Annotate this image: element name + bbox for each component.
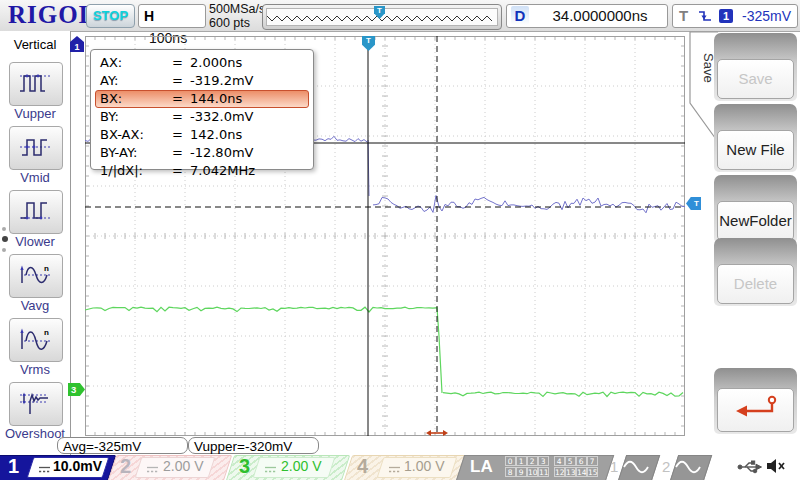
- trigger-label: T: [679, 5, 688, 27]
- menu-title: Vertical: [0, 37, 70, 52]
- svg-text:n: n: [44, 264, 49, 273]
- cursor-row-value: -319.2mV: [190, 73, 253, 89]
- softkey-slot: Delete: [714, 238, 797, 306]
- cursor-row: 1/|dX|:=7.042MHz: [95, 162, 309, 180]
- source-2-label: 2: [662, 458, 670, 475]
- digital-channel-15: 15: [587, 467, 598, 477]
- trigger-level-marker-icon: T: [686, 197, 701, 210]
- digital-channel-7: 7: [587, 456, 598, 466]
- channel-1-button[interactable]: 1: [8, 455, 19, 478]
- cursor-row-value: -12.80mV: [190, 145, 253, 161]
- la-button[interactable]: LA: [470, 457, 493, 477]
- run-state-badge: STOP: [86, 4, 135, 28]
- cursor-row-equals: =: [172, 73, 190, 89]
- softkey-label: NewFolder: [719, 212, 792, 229]
- newfolder-button[interactable]: NewFolder: [717, 201, 794, 241]
- acquisition-info: 500MSa/s 600 pts: [209, 2, 265, 30]
- softkey-overshoot[interactable]: [9, 382, 63, 426]
- cursor-row-equals: =: [172, 109, 190, 125]
- delay-box: D 34.0000000ns: [506, 4, 668, 28]
- delay-label: D: [511, 6, 529, 25]
- cursor-row-equals: =: [172, 127, 190, 143]
- channel-3-coupling: [264, 461, 277, 479]
- back-button[interactable]: [717, 388, 794, 432]
- digital-channel-4: 4: [554, 456, 565, 466]
- cursor-row-value: 2.000ns: [190, 55, 242, 71]
- source-1-wave: [623, 460, 649, 478]
- falling-edge-icon: [697, 9, 713, 24]
- trigger-level-value: -325mV: [742, 5, 791, 27]
- softkey-label: Save: [738, 70, 772, 87]
- softkey-vrms[interactable]: n: [9, 318, 63, 362]
- digital-channel-6: 6: [576, 456, 587, 466]
- softkey-vupper[interactable]: [9, 62, 63, 106]
- delete-button[interactable]: Delete: [717, 264, 794, 304]
- cursor-row-equals: =: [172, 145, 190, 161]
- oscilloscope-screen: RIGOL STOP H 100ns 500MSa/s 600 pts T D …: [0, 0, 800, 480]
- channel-4-coupling: [388, 461, 401, 479]
- softkey-label-vlower: Vlower: [0, 234, 70, 249]
- memory-depth: 600 pts: [209, 16, 265, 30]
- sine-wave-icon: [623, 460, 649, 474]
- usb-icon: [737, 459, 762, 479]
- cursor-row-equals: =: [172, 55, 190, 71]
- brand-logo: RIGOL: [8, 1, 96, 29]
- cursor-row-label: AY:: [100, 73, 172, 89]
- cursor-row-equals: =: [172, 91, 190, 107]
- vupper-measure-readout: Vupper=-320mV: [188, 437, 319, 454]
- channel-1-scale-value: 10.0mV: [53, 458, 102, 474]
- digital-channel-5: 5: [565, 456, 576, 466]
- ch3-reference-marker: 3: [68, 383, 85, 396]
- cursor-row-value: 7.042MHz: [190, 163, 255, 179]
- page-dot: [2, 227, 6, 231]
- softkey-label-vavg: Vavg: [0, 298, 70, 313]
- cursor-row-value: -332.0mV: [190, 109, 253, 125]
- cursor-row-label: BY-AY:: [100, 145, 172, 161]
- channel-4-button[interactable]: 4: [357, 455, 368, 478]
- trigger-box: T 1 -325mV: [672, 4, 798, 28]
- digital-channel-13: 13: [565, 467, 576, 477]
- timebase-label: H: [144, 8, 154, 24]
- digital-channel-10: 10: [527, 467, 538, 477]
- softkey-label-vupper: Vupper: [0, 106, 70, 121]
- channel-status-bar: 110.0mV22.00 V32.00 V41.00 VLA0123456789…: [0, 455, 800, 480]
- cursor-row-equals: =: [172, 163, 190, 179]
- digital-channel-3: 3: [538, 456, 549, 466]
- channel-2-button[interactable]: 2: [120, 455, 131, 478]
- avg-measure-readout: Avg=-325mV: [57, 437, 188, 454]
- channel-3-button[interactable]: 3: [239, 455, 250, 478]
- new-file-button[interactable]: New File: [717, 130, 794, 170]
- channel-4-scale-value: 1.00 V: [404, 458, 444, 474]
- cursor-row-label: BY:: [100, 109, 172, 125]
- cursor-row: AY:=-319.2mV: [95, 72, 309, 90]
- softkey-vavg[interactable]: n: [9, 254, 63, 298]
- sine-wave-icon: [675, 460, 701, 474]
- source-1-label: 1: [610, 458, 618, 475]
- page-dot: [2, 248, 6, 252]
- channel-2-coupling: [146, 461, 159, 479]
- softkey-slot: [714, 368, 797, 434]
- delay-value: 34.0000000ns: [537, 5, 663, 27]
- overshoot-icon: [18, 388, 54, 418]
- cursor-row: AX:=2.000ns: [95, 54, 309, 72]
- softkey-slot: New File: [714, 104, 797, 172]
- dc-coupling-icon: [388, 465, 401, 475]
- digital-channel-14: 14: [576, 467, 587, 477]
- cursor-row-label: BX:: [100, 91, 172, 107]
- softkey-vlower[interactable]: [9, 190, 63, 234]
- vlower-icon: [18, 196, 54, 226]
- digital-channel-0: 0: [505, 456, 516, 466]
- channel-1-coupling: [38, 461, 51, 479]
- svg-text:n: n: [44, 328, 49, 337]
- softkey-vmid[interactable]: [9, 126, 63, 170]
- softkey-slot: Save: [714, 33, 797, 101]
- sample-rate: 500MSa/s: [209, 2, 265, 16]
- vmid-icon: [18, 132, 54, 162]
- cursor-row-value: 144.0ns: [190, 91, 242, 107]
- digital-channel-1: 1: [516, 456, 527, 466]
- ch1-reference-marker: 1: [70, 36, 84, 52]
- save-button[interactable]: Save: [717, 59, 794, 99]
- dc-coupling-icon: [146, 465, 159, 475]
- softkey-label: New File: [726, 141, 784, 158]
- dc-coupling-icon: [264, 465, 277, 475]
